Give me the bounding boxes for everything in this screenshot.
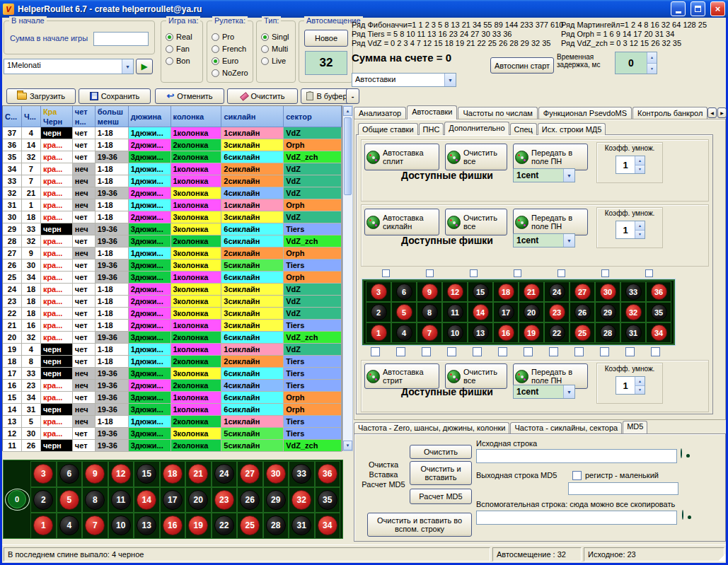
board-cell-12[interactable]: 12 (108, 461, 134, 487)
subtab-дополнительно[interactable]: Дополнительно (444, 122, 509, 135)
spin-down-icon[interactable]: ▼ (647, 64, 657, 74)
chevron-down-icon[interactable]: ▼ (444, 74, 456, 86)
radio-fan[interactable]: Fan (166, 43, 202, 54)
spin-row[interactable]: 188чернчет1-181дюжи...2колонка2сиклайнTi… (3, 356, 342, 368)
spin-row[interactable]: 2318кра...чет1-182дюжи...3колонка3сиклай… (3, 296, 342, 308)
tab-контроль-банкрол[interactable]: Контроль банкрол (632, 107, 707, 120)
radio-euro[interactable]: Euro (212, 55, 253, 66)
radio-bon[interactable]: Bon (166, 55, 202, 66)
spin-row[interactable]: 2630кра...чет19-363дюжи...3колонка5сикла… (3, 260, 342, 272)
board-cell-19[interactable]: 19 (519, 322, 544, 343)
radio-pro[interactable]: Pro (212, 31, 253, 42)
scroll-down-icon[interactable]: ▼ (343, 441, 352, 450)
spin-row[interactable]: 3614кра...чет1-182дюжи...2колонка3сиклай… (3, 139, 342, 151)
spin-row[interactable]: 2933черннеч19-363дюжи...3колонка6сиклайн… (3, 223, 342, 235)
chevron-down-icon[interactable]: ▼ (563, 234, 574, 247)
radio-french[interactable]: French (212, 43, 253, 54)
roulette-ball-icon[interactable] (682, 510, 683, 520)
md5-calc-button[interactable]: Расчет MD5 (410, 489, 472, 504)
street-checkbox[interactable] (574, 347, 584, 356)
lowercase-checkbox[interactable] (572, 471, 582, 480)
start-sum-input[interactable] (93, 32, 149, 46)
spin-row[interactable]: 1126чернчет19-363дюжи...2колонка5сиклайн… (3, 440, 342, 452)
spin-up-icon[interactable]: ▲ (635, 377, 645, 386)
collapse-button[interactable]: - (346, 88, 359, 104)
spin-row[interactable]: 1534кра...чет19-363дюжи...1колонка6сикла… (3, 392, 342, 404)
coef-spinner[interactable]: 1▲▼ (616, 156, 645, 174)
column-header[interactable]: колонка (171, 106, 222, 127)
board-cell-33[interactable]: 33 (289, 461, 315, 487)
split-checkbox[interactable] (382, 269, 390, 277)
board-cell-19[interactable]: 19 (185, 513, 212, 539)
board-cell-14[interactable]: 14 (468, 302, 493, 322)
board-cell-22[interactable]: 22 (544, 322, 570, 343)
board-cell-13[interactable]: 13 (134, 513, 160, 539)
spin-row[interactable]: 3018кра...чет1-182дюжи...3колонка3сиклай… (3, 211, 342, 223)
spin-up-icon[interactable]: ▲ (647, 52, 657, 64)
board-cell-14[interactable]: 14 (134, 487, 160, 513)
board-cell-32[interactable]: 32 (289, 487, 315, 513)
board-cell-21[interactable]: 21 (519, 281, 544, 302)
board-cell-11[interactable]: 11 (108, 487, 134, 513)
spin-row[interactable]: 194чернчет1-181дюжи...1колонка1сиклайнVd… (3, 344, 342, 356)
board-cell-34[interactable]: 34 (315, 513, 341, 539)
board-cell-36[interactable]: 36 (646, 281, 671, 302)
spin-row[interactable]: 1431черннеч19-363дюжи...1колонка6сиклайн… (3, 404, 342, 416)
street-checkbox[interactable] (498, 347, 507, 356)
board-cell-35[interactable]: 35 (646, 302, 671, 322)
undo-button[interactable]: ↩ Отменить (155, 88, 224, 104)
clear-all-button[interactable]: Очистить все (445, 144, 507, 170)
spin-row[interactable]: 311кра...неч1-181дюжи...1колонка1сиклайн… (3, 199, 342, 211)
spin-row[interactable]: 2116кра...чет1-182дюжи...1колонка3сиклай… (3, 320, 342, 332)
radio-singl[interactable]: Singl (261, 31, 295, 42)
board-cell-34[interactable]: 34 (646, 322, 671, 343)
board-cell-8[interactable]: 8 (82, 487, 108, 513)
street-checkbox[interactable] (524, 347, 533, 356)
close-button[interactable]: × (710, 1, 725, 16)
board-cell-23[interactable]: 23 (212, 487, 238, 513)
board-cell-26[interactable]: 26 (237, 487, 263, 513)
board-cell-12[interactable]: 12 (442, 281, 468, 302)
street-checkbox[interactable] (625, 347, 635, 356)
spin-row[interactable]: 2832кра...чет19-363дюжи...2колонка6сикла… (3, 235, 342, 247)
clear-button[interactable]: Очистить (227, 88, 298, 104)
street-checkbox[interactable] (422, 347, 431, 356)
board-cell-9[interactable]: 9 (82, 461, 108, 487)
board-cell-32[interactable]: 32 (620, 302, 646, 322)
board-cell-30[interactable]: 30 (595, 281, 620, 302)
board-cell-28[interactable]: 28 (595, 322, 620, 343)
board-cell-24[interactable]: 24 (212, 461, 238, 487)
street-checkbox[interactable] (371, 347, 380, 356)
column-header[interactable]: сиклайн (221, 106, 284, 127)
board-cell-15[interactable]: 15 (134, 461, 160, 487)
spin-row[interactable]: 374чернчет1-181дюжи...1колонка1сиклайнVd… (3, 127, 342, 139)
spin-row[interactable]: 1733черннеч19-363дюжи...3колонка6сиклайн… (3, 368, 342, 380)
board-cell-5[interactable]: 5 (391, 302, 417, 322)
spin-row[interactable]: 337кра...неч1-181дюжи...1колонка2сиклайн… (3, 175, 342, 187)
board-cell-15[interactable]: 15 (468, 281, 493, 302)
tab-scroll-left-icon[interactable]: ◀ (707, 107, 717, 118)
md5-helper-input[interactable] (476, 511, 677, 525)
subtab-спец[interactable]: Спец (510, 123, 537, 135)
spins-scrollbar[interactable]: ▲ ▼ (342, 105, 353, 451)
board-cell-22[interactable]: 22 (212, 513, 238, 539)
board-cell-17[interactable]: 17 (493, 302, 519, 322)
spin-up-icon[interactable]: ▲ (635, 221, 645, 231)
subtab-пнс[interactable]: ПНС (419, 123, 444, 135)
board-cell-3[interactable]: 3 (366, 281, 391, 302)
board-cell-29[interactable]: 29 (263, 487, 289, 513)
resize-grip[interactable] (716, 552, 725, 561)
radio-real[interactable]: Real (166, 31, 202, 42)
column-header[interactable]: Ч... (22, 106, 41, 127)
board-cell-3[interactable]: 3 (30, 461, 57, 487)
save-button[interactable]: Сохранить (79, 88, 151, 104)
spin-row[interactable]: 3221кра...неч19-362дюжи...3колонка4сикла… (3, 187, 342, 199)
street-checkbox[interactable] (447, 347, 456, 356)
transfer-button[interactable]: Передать в поле ПН (513, 144, 588, 170)
coef-spinner[interactable]: 1▲▼ (616, 376, 645, 395)
board-cell-7[interactable]: 7 (417, 322, 442, 343)
board-cell-18[interactable]: 18 (493, 281, 519, 302)
tab-scroll-right-icon[interactable]: ▶ (717, 107, 727, 118)
board-cell-30[interactable]: 30 (263, 461, 289, 487)
street-checkbox[interactable] (549, 347, 558, 356)
